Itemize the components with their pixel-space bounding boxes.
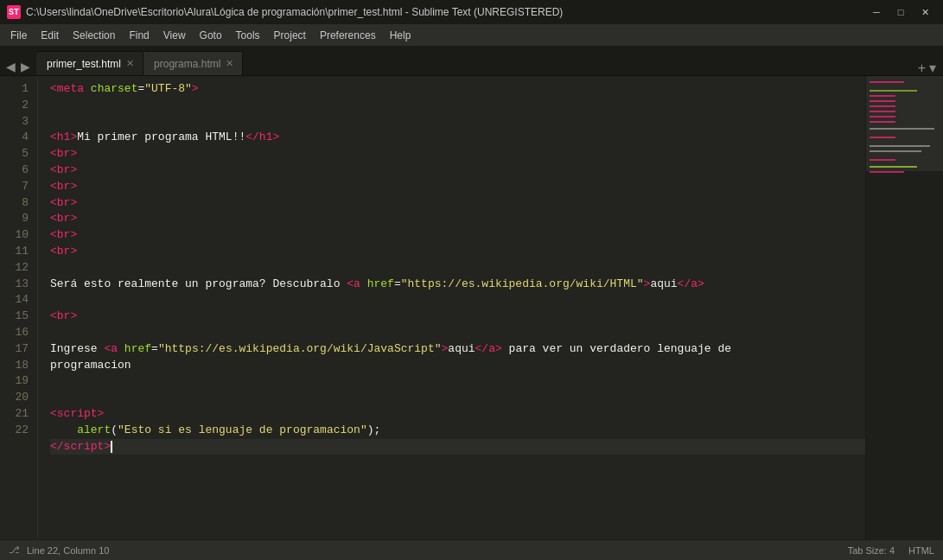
svg-rect-12 <box>870 145 930 147</box>
menu-view[interactable]: View <box>156 27 193 44</box>
menu-tools[interactable]: Tools <box>229 27 267 44</box>
code-line-15: <br> <box>50 309 865 325</box>
line-num-17: 17 <box>14 341 29 358</box>
title-bar-left: ST C:\Users\linda\OneDrive\Escritorio\Al… <box>7 5 563 19</box>
menu-project[interactable]: Project <box>267 27 313 44</box>
tab-programa[interactable]: programa.html ✕ <box>143 51 243 75</box>
menu-preferences[interactable]: Preferences <box>313 27 383 44</box>
code-line-18 <box>50 373 865 390</box>
line-num-7: 7 <box>14 179 29 195</box>
close-button[interactable]: ✕ <box>914 4 936 20</box>
menu-help[interactable]: Help <box>383 27 418 44</box>
code-line-8: <br> <box>50 195 865 212</box>
tab-list-button[interactable]: ▾ <box>929 61 936 75</box>
tab-close-1[interactable]: ✕ <box>126 59 134 68</box>
code-line-17b: programacion <box>50 358 865 374</box>
app-icon: ST <box>7 5 21 19</box>
title-text: C:\Users\linda\OneDrive\Escritorio\Alura… <box>26 6 563 18</box>
code-line-21: alert("Esto si es lenguaje de programaci… <box>50 423 865 439</box>
code-line-22: </script> <box>50 439 865 455</box>
line-num-12: 12 <box>14 260 29 277</box>
code-content[interactable]: <meta charset="UTF-8"> <h1>Mi primer pro… <box>38 76 865 539</box>
new-tab-button[interactable]: + <box>918 61 926 75</box>
menu-bar: File Edit Selection Find View Goto Tools… <box>0 24 943 47</box>
code-line-5: <br> <box>50 146 865 162</box>
line-num-16: 16 <box>14 325 29 341</box>
maximize-button[interactable]: □ <box>889 4 912 20</box>
git-icon: ⎇ <box>9 544 20 556</box>
status-left: ⎇ Line 22, Column 10 <box>9 544 109 556</box>
code-line-3 <box>50 114 865 130</box>
code-line-12 <box>50 260 865 277</box>
status-bar: ⎇ Line 22, Column 10 Tab Size: 4 HTML <box>0 539 943 560</box>
status-syntax[interactable]: HTML <box>908 545 934 556</box>
minimize-button[interactable]: ─ <box>865 4 888 20</box>
menu-find[interactable]: Find <box>122 27 156 44</box>
tab-label-2: programa.html <box>154 58 220 70</box>
svg-rect-2 <box>870 81 904 83</box>
line-num-10: 10 <box>14 227 29 244</box>
line-numbers: 1 2 3 4 5 6 7 8 9 10 11 12 13 14 15 16 1… <box>0 76 38 539</box>
line-num-22: 22 <box>14 423 29 439</box>
code-line-1: <meta charset="UTF-8"> <box>50 81 865 98</box>
code-line-13: Será esto realmente un programa? Descubr… <box>50 277 865 293</box>
line-num-4: 4 <box>14 130 29 146</box>
status-position: Line 22, Column 10 <box>27 545 109 556</box>
code-line-11: <br> <box>50 244 865 260</box>
line-num-11: 11 <box>14 244 29 260</box>
line-num-18: 18 <box>14 358 29 374</box>
code-line-14 <box>50 292 865 309</box>
svg-rect-9 <box>870 121 895 123</box>
status-tab-size[interactable]: Tab Size: 4 <box>848 545 895 556</box>
svg-rect-11 <box>870 137 895 138</box>
line-num-19: 19 <box>14 373 29 390</box>
code-line-4: <h1>Mi primer programa HTML!!</h1> <box>50 130 865 146</box>
title-bar: ST C:\Users\linda\OneDrive\Escritorio\Al… <box>0 0 943 24</box>
svg-rect-6 <box>870 105 895 107</box>
svg-rect-10 <box>870 128 934 130</box>
status-right: Tab Size: 4 HTML <box>848 545 934 556</box>
line-num-6: 6 <box>14 162 29 179</box>
tab-add-area: + ▾ <box>911 61 943 75</box>
tab-close-2[interactable]: ✕ <box>226 59 233 68</box>
svg-rect-8 <box>870 116 895 118</box>
code-line-9: <br> <box>50 211 865 227</box>
line-num-20: 20 <box>14 390 29 406</box>
tab-prev-button[interactable]: ◀ <box>3 58 18 75</box>
line-num-15: 15 <box>14 309 29 325</box>
svg-rect-16 <box>870 171 904 173</box>
tab-bar: ◀ ▶ primer_test.html ✕ programa.html ✕ +… <box>0 47 943 76</box>
minimap-canvas <box>866 76 943 508</box>
tab-primer-test[interactable]: primer_test.html ✕ <box>36 51 143 75</box>
editor-area: 1 2 3 4 5 6 7 8 9 10 11 12 13 14 15 16 1… <box>0 76 943 539</box>
code-line-16 <box>50 325 865 341</box>
menu-selection[interactable]: Selection <box>66 27 122 44</box>
menu-goto[interactable]: Goto <box>193 27 229 44</box>
svg-rect-3 <box>870 90 917 92</box>
menu-file[interactable]: File <box>3 27 34 44</box>
code-line-7: <br> <box>50 179 865 195</box>
tab-next-button[interactable]: ▶ <box>18 58 33 75</box>
line-num-1: 1 <box>14 81 29 98</box>
line-num-8: 8 <box>14 195 29 212</box>
menu-edit[interactable]: Edit <box>34 27 66 44</box>
line-num-2: 2 <box>14 98 29 114</box>
line-num-14: 14 <box>14 292 29 309</box>
line-num-5: 5 <box>14 146 29 162</box>
code-line-2 <box>50 98 865 114</box>
line-num-21: 21 <box>14 406 29 423</box>
line-num-3: 3 <box>14 114 29 130</box>
svg-rect-4 <box>870 95 895 97</box>
line-num-9: 9 <box>14 211 29 227</box>
code-line-6: <br> <box>50 162 865 179</box>
code-line-17: Ingrese <a href="https://es.wikipedia.or… <box>50 341 865 358</box>
minimap <box>865 76 943 539</box>
tab-nav-buttons: ◀ ▶ <box>0 58 36 75</box>
code-line-19 <box>50 390 865 406</box>
line-num-13: 13 <box>14 277 29 293</box>
code-line-10: <br> <box>50 227 865 244</box>
svg-rect-14 <box>870 159 895 161</box>
svg-rect-5 <box>870 100 895 102</box>
svg-rect-7 <box>870 111 895 112</box>
window-controls: ─ □ ✕ <box>865 4 936 20</box>
